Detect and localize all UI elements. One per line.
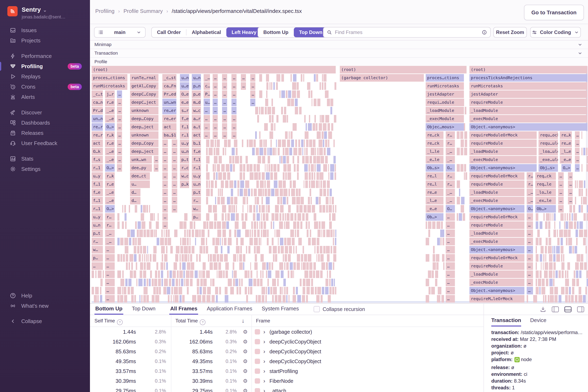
flame-frame[interactable]: _e…e	[426, 205, 443, 212]
flame-frame[interactable]: requ…ule	[539, 140, 558, 147]
expand-chevron-icon[interactable]: ›	[263, 356, 265, 366]
flame-frame[interactable]: _loadModule	[469, 107, 588, 114]
sort-left-heavy[interactable]: Left Heavy	[226, 28, 262, 37]
flame-frame[interactable]: r…1	[192, 164, 201, 172]
flame-frame[interactable]: (root)	[469, 66, 588, 74]
flame-frame[interactable]: …	[527, 262, 533, 270]
sidebar-item-stats[interactable]: Stats	[0, 154, 90, 164]
flame-frame[interactable]: re…r	[92, 131, 103, 139]
flame-frame[interactable]: (root)	[92, 66, 336, 74]
flame-frame[interactable]: deepC…ject	[130, 98, 158, 106]
flame-frame[interactable]: r…	[92, 238, 103, 245]
flame-frame[interactable]: …	[117, 164, 122, 172]
flame-frame[interactable]: re…e	[560, 140, 572, 147]
flame-frame[interactable]: unknown	[130, 107, 158, 114]
self-time-column-header[interactable]: Self Time?	[94, 318, 123, 325]
flame-frame[interactable]: f…e	[92, 189, 103, 196]
flame-frame[interactable]: …	[117, 90, 122, 98]
flame-frame[interactable]: …	[117, 156, 122, 164]
breadcrumb-profile-summary[interactable]: Profile Summary	[123, 8, 163, 14]
flame-frame[interactable]: jestAdapter	[426, 90, 464, 98]
flame-frame[interactable]: _loadModule	[469, 230, 524, 237]
flame-frame[interactable]: f…e	[180, 115, 189, 122]
tab-application-frames[interactable]: Application Frames	[206, 304, 253, 315]
flame-frame[interactable]: u…	[204, 98, 210, 106]
color-coding-button[interactable]: Color Coding	[530, 27, 581, 38]
transaction-section-header[interactable]: Transaction	[90, 49, 588, 58]
flame-frame[interactable]: _loa…ule	[539, 148, 558, 155]
flame-frame[interactable]: …	[232, 123, 237, 131]
flame-frame[interactable]: …	[117, 140, 122, 147]
flame-frame[interactable]: f…1	[180, 123, 189, 131]
flame-frame[interactable]: Object.<anonymous>	[469, 246, 524, 254]
flame-frame[interactable]: runMicrotasks	[426, 82, 464, 90]
help-tooltip-icon[interactable]: ?	[117, 319, 123, 325]
flame-frame[interactable]: r…e	[105, 180, 115, 188]
sidebar-item-crons[interactable]: Cronsbeta	[0, 82, 90, 92]
flame-frame[interactable]: …	[154, 164, 158, 172]
sidebar-item-user-feedback[interactable]: User Feedback	[0, 138, 90, 148]
sidebar-item-collapse[interactable]: Collapse	[0, 316, 90, 326]
flame-frame[interactable]: _loadModule	[469, 148, 537, 155]
flame-frame[interactable]: Object.<anonymous>	[469, 287, 524, 294]
flame-frame[interactable]: c…	[204, 82, 210, 90]
frame-table-row[interactable]: 49.35ms0.1%49.35ms0.1%⚙›deepCyclicCopyOb…	[90, 356, 484, 366]
flame-frame[interactable]: Object.<anonymous>	[469, 123, 588, 131]
flame-frame[interactable]: O…>	[105, 164, 115, 172]
flame-frame[interactable]: _…	[446, 148, 455, 155]
flame-frame[interactable]: un…wn	[162, 98, 176, 106]
flame-frame[interactable]: m…d	[192, 98, 201, 106]
sidebar-item-releases[interactable]: Releases	[0, 128, 90, 138]
expand-chevron-icon[interactable]: ›	[263, 386, 265, 392]
frame-settings-gear-icon[interactable]: ⚙	[243, 337, 248, 346]
flame-frame[interactable]: req…ck	[535, 172, 556, 180]
sentry-logo-icon[interactable]	[7, 6, 17, 16]
flame-frame[interactable]: …	[117, 123, 122, 131]
flame-frame[interactable]: …	[222, 123, 227, 131]
flame-frame[interactable]: Object.<anonymous>	[469, 205, 524, 212]
flame-frame[interactable]: f…e	[192, 148, 201, 155]
flame-frame[interactable]: …	[568, 172, 573, 180]
chevron-down-icon[interactable]	[577, 42, 583, 47]
flame-frame[interactable]: r…e	[105, 98, 115, 106]
flame-frame[interactable]: …	[250, 98, 255, 106]
minimap-section-header[interactable]: Minimap	[90, 40, 588, 49]
flame-frame[interactable]: …	[117, 107, 122, 114]
flame-frame[interactable]: w…	[192, 205, 201, 212]
flame-frame[interactable]: …	[172, 189, 177, 196]
frame-table-row[interactable]: 33.57ms0.1%33.57ms0.1%⚙›startProfiling	[90, 366, 484, 376]
tab-top-down[interactable]: Top Down	[131, 304, 156, 315]
flame-frame[interactable]: requ…ock	[539, 131, 558, 139]
flame-frame[interactable]: O…	[446, 205, 455, 212]
sidebar-item-projects[interactable]: Projects	[0, 36, 90, 46]
flame-frame[interactable]: …	[172, 172, 177, 180]
flame-frame[interactable]: p…t	[92, 230, 103, 237]
flame-frame[interactable]: …	[527, 238, 533, 245]
flame-frame[interactable]: requireM…leOrMock	[469, 295, 524, 302]
sidebar-item-discover[interactable]: Discover	[0, 108, 90, 118]
flame-frame[interactable]: …	[105, 279, 115, 286]
flame-frame[interactable]: _c…t	[92, 90, 103, 98]
flame-frame[interactable]: O…>	[105, 123, 115, 131]
flame-frame[interactable]: e…e	[180, 98, 189, 106]
flame-frame[interactable]: …	[446, 254, 455, 262]
flame-frame[interactable]: re…e	[426, 189, 443, 196]
flame-frame[interactable]: …	[105, 254, 115, 262]
flame-frame[interactable]: …	[527, 287, 533, 294]
frame-settings-gear-icon[interactable]: ⚙	[243, 327, 248, 337]
details-tab-transaction[interactable]: Transaction	[491, 317, 521, 326]
flame-frame[interactable]: …	[558, 197, 564, 204]
flame-frame[interactable]: deep…Copy	[130, 140, 158, 147]
flame-frame[interactable]: …	[222, 82, 227, 90]
flame-frame[interactable]: f…1	[92, 197, 103, 204]
flame-frame[interactable]: …	[527, 270, 533, 278]
flame-frame[interactable]: _…	[527, 189, 533, 196]
flame-frame[interactable]: …	[527, 254, 533, 262]
flame-frame[interactable]: j…r	[105, 90, 115, 98]
flame-frame[interactable]: act	[162, 123, 176, 131]
search-input[interactable]	[334, 29, 482, 36]
flame-frame[interactable]: …	[568, 180, 573, 188]
flame-frame[interactable]: f…1	[192, 156, 201, 164]
flame-frame[interactable]: O…>	[562, 164, 571, 172]
reset-zoom-button[interactable]: Reset Zoom	[493, 27, 527, 38]
